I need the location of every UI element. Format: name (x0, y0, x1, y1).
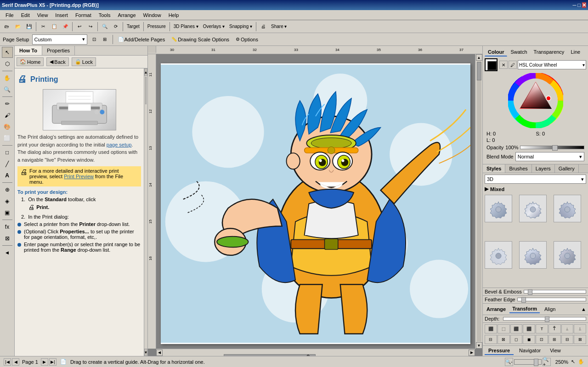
tab-brushes[interactable]: Brushes (505, 164, 531, 173)
arr-btn-1[interactable]: ⬛ (485, 324, 497, 333)
cut-btn[interactable]: ✂ (38, 22, 48, 32)
scroll-up-canvas-btn[interactable]: ▲ (476, 54, 482, 61)
v-scroll-thumb[interactable] (477, 62, 481, 80)
arr-btn-13[interactable]: ⊡ (536, 335, 548, 344)
page-next-btn[interactable]: ▶ (41, 358, 48, 366)
line-tool[interactable]: ╱ (2, 158, 13, 169)
arr-btn-8[interactable]: ⟂̄ (574, 324, 586, 333)
styles-dropdown[interactable]: 3D ▾ (485, 175, 586, 184)
tab-how-to[interactable]: How To (15, 46, 42, 55)
menu-window[interactable]: Window (140, 11, 165, 19)
pressure-btn[interactable]: Pressure (146, 22, 168, 32)
bevel-track[interactable] (524, 290, 586, 294)
depth-track[interactable] (503, 317, 586, 321)
arrange-expand-btn[interactable]: ▲ (581, 306, 586, 312)
drawing-scale-btn[interactable]: 📏 Drawing Scale Options (169, 36, 232, 43)
pan-tool[interactable]: ✋ (2, 73, 13, 84)
fill-tool[interactable]: ◈ (2, 196, 13, 207)
undo-btn[interactable]: ↩ (74, 22, 85, 32)
scroll-right-btn[interactable]: ▶ (469, 350, 475, 356)
arr-btn-10[interactable]: ⊠ (498, 335, 510, 344)
h-scroll-thumb[interactable] (224, 354, 316, 356)
colour-picker-btn[interactable]: 🖊 (509, 61, 517, 69)
pencil-tool[interactable]: ✏ (2, 98, 13, 109)
home-btn[interactable]: 🏠 Home (17, 57, 44, 66)
canvas-inner[interactable] (156, 54, 475, 349)
arr-btn-3[interactable]: ⬛ (510, 324, 523, 333)
menu-insert[interactable]: Insert (51, 11, 72, 19)
eraser-tool[interactable]: ⬜ (2, 133, 13, 144)
page-prev-btn[interactable]: ◀ (12, 358, 19, 366)
opacity-thumb[interactable] (552, 145, 558, 151)
redo-btn[interactable]: ↪ (85, 22, 96, 32)
select-tool[interactable]: ↖ (2, 47, 13, 58)
bevel-thumb[interactable] (528, 289, 532, 295)
menu-arrange[interactable]: Arrange (114, 11, 139, 19)
arr-btn-9[interactable]: ⊟ (485, 335, 497, 344)
arr-btn-14[interactable]: ⊞ (548, 335, 561, 344)
arr-btn-12[interactable]: ◼ (523, 335, 535, 344)
tab-styles[interactable]: Styles (483, 164, 505, 173)
close-btn[interactable]: ✕ (582, 2, 586, 8)
open-btn[interactable]: 📂 (13, 22, 23, 32)
add-delete-pages-btn[interactable]: 📄 Add/Delete Pages (116, 36, 168, 43)
feather-thumb[interactable] (521, 297, 526, 303)
style-item-6[interactable] (554, 241, 581, 269)
connector-tool[interactable]: ⊕ (2, 184, 13, 195)
menu-view[interactable]: View (34, 11, 52, 19)
colour-wheel-dropdown[interactable]: HSL Colour Wheel ▾ (518, 60, 586, 69)
colour-tab-transparency[interactable]: Transparency (531, 48, 568, 56)
rotate-btn[interactable]: ⟳ (111, 22, 121, 32)
aspect-btn1[interactable]: ⊡ (89, 34, 99, 45)
tab-pressure[interactable]: Pressure (485, 347, 514, 355)
shape-tool[interactable]: □ (2, 147, 13, 158)
page-last-btn[interactable]: ▶| (49, 358, 57, 366)
gradient-tool[interactable]: ▣ (2, 207, 13, 218)
print-preview-link[interactable]: Print Preview (64, 174, 94, 179)
arr-btn-6[interactable]: T̄ (548, 324, 561, 333)
scroll-down-canvas-btn[interactable]: ▼ (476, 342, 482, 349)
style-item-1[interactable] (485, 195, 512, 222)
text-tool[interactable]: A (2, 170, 13, 181)
paste-btn[interactable]: 📌 (60, 22, 70, 32)
zoom-in-btn[interactable]: 🔍+ (543, 358, 551, 366)
target-btn[interactable]: Target (125, 22, 141, 32)
zoom-out-btn[interactable]: 🔍- (505, 358, 513, 366)
3d-planes-btn[interactable]: 3D Planes ▾ (172, 22, 200, 32)
back-btn[interactable]: ◀ Back (46, 57, 68, 66)
colour-tab-swatch[interactable]: Swatch (507, 48, 530, 56)
arr-btn-16[interactable]: ⊠ (574, 335, 586, 344)
menu-help[interactable]: Help (165, 11, 183, 19)
zoom-btn[interactable]: 🔍 (100, 22, 110, 32)
page-first-btn[interactable]: |◀ (4, 358, 11, 366)
minimize-btn[interactable]: ─ (572, 2, 576, 8)
zoom-tool[interactable]: 🔍 (2, 84, 13, 95)
effects-tool[interactable]: fx (2, 221, 13, 232)
colour-swatch-box[interactable] (485, 58, 498, 71)
blend-dropdown[interactable]: Normal ▾ (515, 152, 584, 161)
scroll-down-btn[interactable]: ▼ (144, 349, 147, 356)
scroll-left-btn[interactable]: ◀ (156, 350, 163, 356)
menu-format[interactable]: Format (72, 11, 95, 19)
tab-view[interactable]: View (546, 347, 565, 355)
expand-btn[interactable]: ◀ (2, 247, 13, 258)
copy-btn[interactable]: 📋 (49, 22, 59, 32)
colour-wheel-svg[interactable] (508, 73, 563, 128)
colour-tab-colour[interactable]: Colour (485, 48, 507, 56)
aspect-btn2[interactable]: ⊞ (100, 34, 110, 45)
style-item-5[interactable] (519, 241, 547, 269)
options-btn[interactable]: ⚙ Options (233, 36, 260, 43)
arr-btn-11[interactable]: ◻ (510, 335, 523, 344)
custom-dropdown[interactable]: Custom ▾ (32, 34, 87, 45)
colour-tab-line[interactable]: Line (567, 48, 583, 56)
zoom-thumb[interactable] (534, 359, 538, 366)
zoom-slider[interactable] (514, 359, 542, 365)
style-item-3[interactable] (554, 195, 581, 222)
menu-file[interactable]: File (2, 11, 17, 19)
arr-btn-4[interactable]: ⬛ (523, 324, 535, 333)
arr-btn-7[interactable]: ⟂ (561, 324, 574, 333)
style-item-2[interactable] (519, 195, 547, 222)
page-setup-link[interactable]: page setup (107, 142, 131, 147)
new-btn[interactable]: 🗁 (2, 22, 12, 32)
node-tool[interactable]: ⬡ (2, 58, 13, 69)
